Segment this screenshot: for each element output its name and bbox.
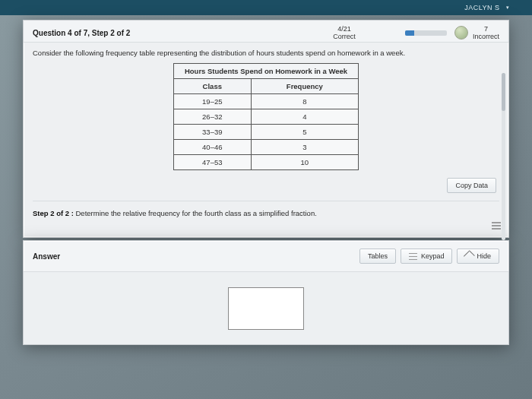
- question-body: Consider the following frequency table r…: [24, 43, 508, 237]
- incorrect-counter: 7 Incorrect: [454, 25, 499, 40]
- user-name[interactable]: JACLYN S: [464, 4, 499, 11]
- step-instruction: Step 2 of 2 : Determine the relative fre…: [33, 201, 499, 228]
- hide-button[interactable]: Hide: [457, 249, 499, 264]
- table-title: Hours Students Spend on Homework in a We…: [173, 64, 358, 79]
- col-header-class: Class: [173, 79, 251, 94]
- table-row: 47–5310: [173, 155, 358, 170]
- correct-label: Correct: [291, 33, 397, 40]
- question-position-label: Question 4 of 7, Step 2 of 2: [33, 29, 291, 37]
- pencil-icon: [464, 251, 474, 261]
- question-panel: Question 4 of 7, Step 2 of 2 4/21 Correc…: [23, 20, 509, 238]
- answer-input[interactable]: [228, 287, 304, 330]
- step-text: Determine the relative frequency for the…: [74, 209, 317, 217]
- incorrect-label: Incorrect: [473, 33, 499, 40]
- keypad-icon: [409, 253, 417, 260]
- answer-label: Answer: [33, 252, 60, 261]
- keypad-button[interactable]: Keypad: [401, 249, 453, 264]
- col-header-frequency: Frequency: [251, 79, 358, 94]
- copy-data-button[interactable]: Copy Data: [447, 178, 496, 193]
- menu-icon[interactable]: [492, 222, 501, 230]
- score-badge-icon: [454, 26, 468, 40]
- scrollbar[interactable]: [502, 73, 505, 240]
- question-header: Question 4 of 7, Step 2 of 2 4/21 Correc…: [24, 21, 508, 43]
- chevron-down-icon[interactable]: ▾: [506, 5, 510, 11]
- correct-counter: 4/21 Correct: [291, 25, 397, 40]
- table-row: 19–258: [173, 94, 358, 109]
- step-prefix: Step 2 of 2 :: [33, 209, 74, 217]
- table-row: 26–324: [173, 109, 358, 125]
- incorrect-count: 7: [473, 25, 499, 33]
- progress-bar: [405, 30, 447, 36]
- app-topbar: JACLYN S ▾: [0, 0, 532, 15]
- answer-panel: Answer Tables Keypad Hide: [23, 240, 509, 345]
- correct-fraction: 4/21: [291, 25, 397, 33]
- table-row: 40–463: [173, 140, 358, 155]
- question-prompt: Consider the following frequency table r…: [33, 49, 499, 57]
- frequency-table: Hours Students Spend on Homework in a We…: [173, 63, 359, 170]
- tables-button[interactable]: Tables: [359, 249, 396, 264]
- table-row: 33–395: [173, 125, 358, 140]
